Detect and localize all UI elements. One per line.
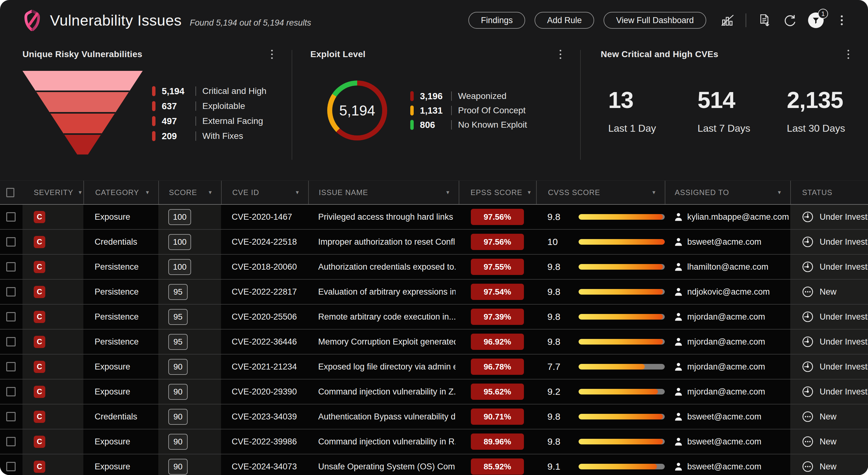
filter-button[interactable]: 1: [808, 12, 824, 28]
card-menu-icon[interactable]: [269, 48, 275, 63]
cve-id-cell[interactable]: CVE-2021-21234: [232, 362, 297, 372]
column-header-cvss-score[interactable]: CVSS SCORE▼: [536, 181, 665, 204]
row-checkbox[interactable]: [6, 262, 16, 272]
issue-name-cell[interactable]: Authorization credentials exposed to...: [318, 262, 456, 272]
row-checkbox[interactable]: [6, 337, 16, 346]
status-cell[interactable]: Under Investig: [802, 385, 868, 398]
row-checkbox[interactable]: [6, 412, 16, 421]
filter-icon[interactable]: ▼: [295, 190, 300, 195]
table-row[interactable]: C Exposure 90 CVE-2024-34073 Unsafe Oper…: [0, 454, 868, 475]
cve-id-cell[interactable]: CVE-2022-39986: [232, 437, 297, 447]
issue-name-cell[interactable]: Exposed log file directory via admin e..…: [318, 362, 456, 372]
cve-id-cell[interactable]: CVE-2024-22518: [232, 237, 297, 247]
filter-icon[interactable]: ▼: [208, 190, 213, 195]
add-rule-button[interactable]: Add Rule: [534, 12, 594, 29]
table-row[interactable]: C Exposure 90 CVE-2022-39986 Command inj…: [0, 430, 868, 454]
refresh-icon[interactable]: [782, 13, 798, 28]
cve-id-cell[interactable]: CVE-2022-36446: [232, 337, 297, 347]
cve-id-cell[interactable]: CVE-2020-1467: [232, 212, 292, 222]
table-row[interactable]: C Persistence 95 CVE-2022-22817 Evaluati…: [0, 280, 868, 305]
issue-name-cell[interactable]: Command injection vulnerability in Z...: [318, 387, 456, 397]
status-cell[interactable]: Under Investig: [802, 360, 868, 373]
status-cell[interactable]: New: [802, 410, 836, 423]
row-checkbox[interactable]: [6, 462, 16, 471]
card-menu-icon[interactable]: [558, 48, 563, 63]
category-cell: Exposure: [95, 437, 130, 447]
assignee[interactable]: mjordan@acme.com: [674, 312, 765, 322]
assignee[interactable]: mjordan@acme.com: [674, 362, 765, 372]
column-header-status[interactable]: STATUS: [790, 181, 868, 204]
row-checkbox[interactable]: [6, 312, 16, 321]
chart-toggle-icon[interactable]: [720, 13, 735, 28]
table-row[interactable]: C Persistence 100 CVE-2018-20060 Authori…: [0, 255, 868, 280]
column-header-severity[interactable]: SEVERITY▼: [23, 181, 83, 204]
table-row[interactable]: C Exposure 90 CVE-2021-21234 Exposed log…: [0, 354, 868, 380]
filter-icon[interactable]: ▼: [145, 190, 150, 195]
filter-icon[interactable]: ▼: [651, 190, 657, 195]
issue-name-cell[interactable]: Improper authorization to reset Confl...: [318, 237, 456, 247]
card-menu-icon[interactable]: [845, 48, 851, 63]
row-checkbox[interactable]: [6, 362, 16, 371]
cve-id-cell[interactable]: CVE-2023-34039: [232, 412, 297, 422]
card-title: Exploit Level: [310, 49, 366, 59]
issue-name-cell[interactable]: Authentication Bypass vulnerability d...: [318, 412, 456, 422]
row-checkbox[interactable]: [6, 437, 16, 446]
cve-id-cell[interactable]: CVE-2020-25506: [232, 312, 297, 322]
status-cell[interactable]: New: [802, 286, 836, 298]
assignee[interactable]: lhamilton@acme.com: [674, 262, 768, 272]
column-header-issue-name[interactable]: ISSUE NAME▼: [308, 181, 459, 204]
overflow-menu-icon[interactable]: [834, 13, 849, 28]
column-header-cve-id[interactable]: CVE ID▼: [221, 181, 308, 204]
severity-badge: C: [34, 236, 45, 248]
cve-id-cell[interactable]: CVE-2020-29390: [232, 387, 297, 397]
issue-name-cell[interactable]: Memory Corruption Exploit generated: [318, 337, 456, 347]
row-checkbox[interactable]: [6, 387, 16, 397]
filter-icon[interactable]: ▼: [78, 190, 83, 195]
assignee[interactable]: mjordan@acme.com: [674, 387, 765, 397]
export-report-icon[interactable]: [757, 13, 772, 28]
table-row[interactable]: C Credentials 90 CVE-2023-34039 Authenti…: [0, 405, 868, 430]
filter-icon[interactable]: ▼: [445, 190, 451, 195]
issue-name-cell[interactable]: Command injection vulnerability in R...: [318, 437, 456, 447]
cve-id-cell[interactable]: CVE-2024-34073: [232, 462, 297, 472]
status-cell[interactable]: Under Investig: [802, 261, 868, 273]
table-row[interactable]: C Persistence 95 CVE-2022-36446 Memory C…: [0, 329, 868, 354]
cve-id-cell[interactable]: CVE-2022-22817: [232, 287, 297, 297]
findings-button[interactable]: Findings: [468, 12, 525, 29]
column-header-score[interactable]: SCORE▼: [158, 181, 221, 204]
table-row[interactable]: C Exposure 90 CVE-2020-29390 Command inj…: [0, 380, 868, 405]
table-row[interactable]: C Credentials 100 CVE-2024-22518 Imprope…: [0, 230, 868, 255]
issue-name-cell[interactable]: Privileged access through hard links: [318, 212, 453, 222]
assignee[interactable]: bsweet@acme.com: [674, 437, 762, 447]
issue-name-cell[interactable]: Evaluation of arbitrary expressions in..…: [318, 287, 456, 297]
issue-name-cell[interactable]: Unsafe Operating System (OS) Com...: [318, 462, 456, 472]
column-header-assigned-to[interactable]: ASSIGNED TO▼: [665, 181, 790, 204]
table-row[interactable]: C Persistence 95 CVE-2020-25506 Remote a…: [0, 305, 868, 329]
column-header-epss-score[interactable]: EPSS SCORE▼: [459, 181, 536, 204]
row-checkbox[interactable]: [6, 212, 16, 222]
assignee[interactable]: bsweet@acme.com: [674, 412, 762, 422]
select-all-checkbox[interactable]: [6, 188, 14, 197]
status-cell[interactable]: Under Investig: [802, 311, 868, 323]
view-full-dashboard-button[interactable]: View Full Dashboard: [603, 12, 706, 29]
row-checkbox[interactable]: [6, 287, 16, 296]
assignee[interactable]: bsweet@acme.com: [674, 237, 762, 247]
column-header-category[interactable]: CATEGORY▼: [83, 181, 158, 204]
status-label: Under Investig: [819, 362, 868, 372]
assignee[interactable]: kylian.mbappe@acme.com: [674, 212, 789, 222]
table-row[interactable]: C Exposure 100 CVE-2020-1467 Privileged …: [0, 205, 868, 230]
assignee[interactable]: mjordan@acme.com: [674, 337, 765, 347]
cve-id-cell[interactable]: CVE-2018-20060: [232, 262, 297, 272]
filter-icon[interactable]: ▼: [527, 190, 532, 195]
filter-icon[interactable]: ▼: [777, 190, 782, 195]
issue-name-cell[interactable]: Remote arbitrary code execution in...: [318, 312, 456, 322]
status-cell[interactable]: New: [802, 460, 836, 473]
status-cell[interactable]: New: [802, 435, 836, 448]
cvss-score-value: 9.8: [547, 312, 569, 322]
status-cell[interactable]: Under Investig: [802, 336, 868, 348]
status-cell[interactable]: Under Investig: [802, 211, 868, 223]
status-cell[interactable]: Under Investig: [802, 235, 868, 248]
assignee[interactable]: ndjokovic@acme.com: [674, 287, 770, 297]
assignee[interactable]: bsweet@acme.com: [674, 462, 762, 472]
row-checkbox[interactable]: [6, 237, 16, 247]
